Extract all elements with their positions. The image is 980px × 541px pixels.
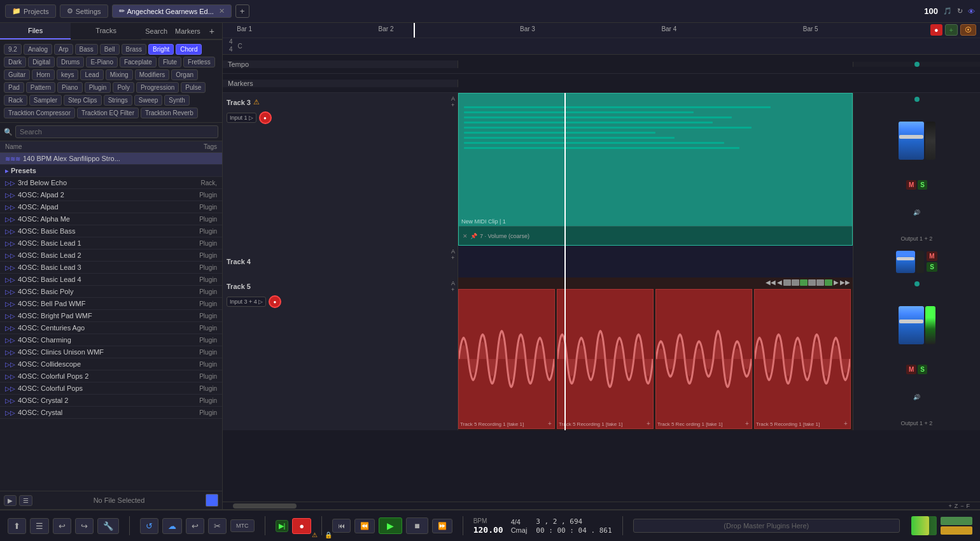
hscroll-thumb[interactable] — [233, 503, 297, 509]
menu-button[interactable]: ☰ — [30, 518, 49, 534]
track-3-fader[interactable] — [899, 122, 924, 160]
tag-plugin[interactable]: Plugin — [85, 82, 111, 93]
upload-button[interactable]: ⬆ — [8, 518, 26, 534]
list-item[interactable]: ▷▷ 4OSC: Centuries Ago Plugin — [0, 322, 222, 334]
track-5-clip-2[interactable]: Track 5 Recording 1 [take 1] + — [557, 289, 654, 429]
punch-button[interactable]: ✂ — [208, 518, 227, 534]
tag-sampler[interactable]: Sampler — [29, 95, 62, 106]
track-5-content[interactable]: ◀◀ ◀ ▶ ▶▶ — [458, 278, 853, 430]
tag-piano[interactable]: Piano — [57, 82, 83, 93]
tag-bass[interactable]: Bass — [75, 44, 98, 55]
list-item[interactable]: ▷▷ 4OSC: Clinics Unison WMF Plugin — [0, 346, 222, 358]
zoom-minus-icon[interactable]: − — [960, 503, 963, 509]
track-5-fader[interactable] — [899, 306, 924, 344]
clip-forward-icon[interactable]: ▶ — [834, 279, 839, 286]
clip-back-icon[interactable]: ◀ — [777, 279, 782, 286]
color-picker[interactable] — [206, 494, 218, 507]
tag-chord[interactable]: Chord — [176, 44, 202, 55]
tag-9.2[interactable]: 9.2 — [4, 44, 22, 55]
track-5-clip-1[interactable]: Track 5 Recording 1 [take 1] + — [458, 289, 555, 429]
play-preview-button[interactable]: ▶ — [4, 495, 17, 506]
tag-progression[interactable]: Progression — [136, 82, 179, 93]
tab-projects[interactable]: 📁 Projects — [5, 4, 56, 18]
list-item[interactable]: ▷▷ 4OSC: Alpad Plugin — [0, 201, 222, 213]
clip-selector-btn[interactable] — [825, 279, 832, 286]
track-3-content[interactable]: ✕ 📌 7 · Volume (coarse) New MIDI Clip | … — [458, 93, 853, 246]
tag-strings[interactable]: Strings — [104, 95, 132, 106]
track-4-solo-button[interactable]: S — [927, 262, 937, 272]
record-options-button[interactable]: ⦿ — [960, 24, 976, 36]
tab-active-project[interactable]: ✏ Angecheckt Gearnews Ed... ✕ — [112, 4, 232, 18]
master-plugins-drop[interactable]: (Drop Master Plugins Here) — [633, 519, 900, 533]
record-to-timeline-button[interactable]: ● — [930, 24, 942, 36]
key-color-1[interactable] — [941, 517, 972, 525]
add-item-button[interactable]: + — [204, 24, 220, 39]
list-item[interactable]: ▷▷ 4OSC: Basic Poly Plugin — [0, 286, 222, 298]
list-item[interactable]: ▷▷ 4OSC: Basic Lead 4 Plugin — [0, 274, 222, 286]
tag-pad[interactable]: Pad — [4, 82, 24, 93]
tag-brass[interactable]: Brass — [122, 44, 147, 55]
rewind-transport-button[interactable]: ↩ — [186, 518, 204, 534]
list-item[interactable]: ▷▷ 4OSC: Basic Lead 1 Plugin — [0, 237, 222, 249]
tag-modifiers[interactable]: Modifiers — [135, 69, 170, 80]
track-5-clip-3[interactable]: Track 5 Rec ording 1 [take 1] + — [655, 289, 752, 429]
clip-4-add-icon[interactable]: + — [844, 420, 848, 427]
clip-1-add-icon[interactable]: + — [548, 420, 552, 427]
list-item[interactable]: ▷▷ 4OSC: Basic Bass Plugin — [0, 225, 222, 237]
tag-organ[interactable]: Organ — [171, 69, 198, 80]
eye-icon[interactable]: 👁 — [968, 8, 975, 15]
tracks-tab[interactable]: Tracks — [71, 23, 141, 39]
list-view-button[interactable]: ☰ — [19, 495, 32, 506]
track-4-mute-button[interactable]: M — [927, 251, 937, 261]
tag-synth[interactable]: Synth — [164, 95, 190, 106]
tag-sweep[interactable]: Sweep — [134, 95, 163, 106]
tag-tracktion-eq[interactable]: Tracktion EQ Filter — [77, 108, 139, 118]
tag-epiano[interactable]: E-Piano — [86, 57, 118, 67]
automation-close-icon[interactable]: ✕ — [463, 233, 468, 239]
undo-button[interactable]: ↩ — [53, 518, 71, 534]
clip-rewind-icon[interactable]: ◀◀ — [766, 279, 776, 286]
play-transport-button[interactable]: ▶ — [379, 517, 402, 534]
close-icon[interactable]: ✕ — [219, 7, 225, 15]
tag-guitar[interactable]: Guitar — [4, 69, 30, 80]
loop-icon[interactable]: ↻ — [957, 7, 963, 15]
clip-selector-btn[interactable] — [783, 279, 791, 286]
track-5-record-button[interactable]: ● — [269, 295, 281, 308]
tag-poly[interactable]: Poly — [113, 82, 134, 93]
cloud-sync-button[interactable]: ☁ — [162, 518, 182, 534]
list-item[interactable]: ▷▷ 4OSC: Alpha Me Plugin — [0, 213, 222, 225]
metronome-icon[interactable]: 🎵 — [943, 7, 952, 15]
tools-button[interactable]: 🔧 — [97, 518, 119, 534]
clip-selector-btn[interactable] — [808, 279, 816, 286]
fit-label[interactable]: F — [967, 503, 970, 509]
tag-rack[interactable]: Rack — [4, 95, 27, 106]
new-tab-button[interactable]: + — [235, 4, 249, 18]
list-item[interactable]: ▷▷ 4OSC: Basic Lead 3 Plugin — [0, 262, 222, 274]
tag-pulse[interactable]: Pulse — [181, 82, 206, 93]
redo-button[interactable]: ↪ — [75, 518, 94, 534]
files-tab[interactable]: Files — [0, 23, 71, 39]
track-3-mute-button[interactable]: M — [906, 180, 916, 190]
search-input[interactable] — [15, 125, 218, 138]
tag-flute[interactable]: Flute — [158, 57, 181, 67]
track-3-solo-button[interactable]: S — [918, 180, 927, 190]
tag-lead[interactable]: Lead — [80, 69, 103, 80]
tag-bell[interactable]: Bell — [100, 44, 120, 55]
track-5-input[interactable]: Input 3 + 4 ▷ — [227, 297, 266, 307]
add-track-button[interactable]: + — [945, 24, 958, 36]
tag-arp[interactable]: Arp — [54, 44, 73, 55]
list-item[interactable]: ▷▷ 4OSC: Charming Plugin — [0, 334, 222, 346]
go-to-start-button[interactable]: ⏮ — [332, 519, 351, 533]
zoom-plus-icon[interactable]: + — [948, 503, 951, 509]
tag-keys[interactable]: keys — [57, 69, 79, 80]
markers-tab-btn[interactable]: Markers — [171, 25, 204, 38]
track-5-mute-button[interactable]: M — [906, 365, 916, 374]
stop-transport-button[interactable]: ■ — [406, 517, 428, 534]
tag-pattern[interactable]: Pattern — [26, 82, 55, 93]
list-item-presets-header[interactable]: ▸ Presets — [0, 165, 222, 177]
tag-fretless[interactable]: Fretless — [183, 57, 215, 67]
clip-selector-btn[interactable] — [816, 279, 824, 286]
tag-mixing[interactable]: Mixing — [106, 69, 133, 80]
track-5-solo-button[interactable]: S — [918, 365, 927, 374]
ruler-area[interactable]: Bar 1 Bar 2 Bar 3 Bar 4 Bar 5 — [223, 23, 930, 38]
